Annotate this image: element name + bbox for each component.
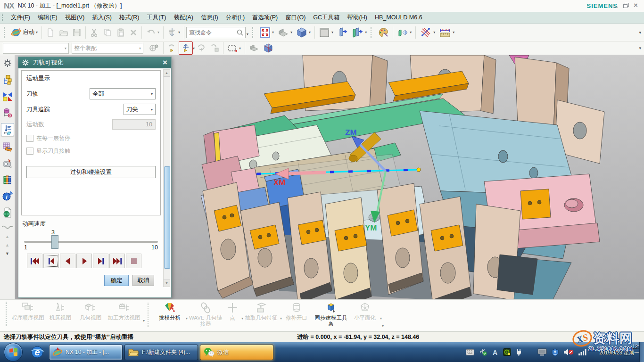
wave-geometry-linker-button[interactable]: WAVE 几何链接器 [188, 302, 223, 327]
tray-power-plug-icon[interactable] [515, 348, 522, 356]
taskbar-folder-button[interactable]: F:\新建文件夹 (4)... [124, 345, 198, 360]
show-tool-contact-checkbox[interactable] [26, 148, 33, 155]
dialog-scroll-up-icon[interactable]: ▲ [164, 70, 170, 77]
view-cube-button[interactable]: ▾ [294, 25, 313, 40]
history-icon[interactable] [1, 206, 14, 219]
constraint-navigator-icon[interactable] [1, 90, 14, 102]
assembly-sequence-button[interactable] [208, 42, 221, 54]
menu-window[interactable]: 窗口(O) [281, 12, 309, 23]
menu-analysis[interactable]: 分析(L) [222, 12, 248, 23]
delete-button[interactable] [127, 27, 140, 38]
paste-button[interactable] [114, 26, 127, 39]
draft-analysis-button[interactable]: 拔模分析 [155, 302, 185, 321]
facet-body-bottom-button[interactable]: 小平面化 [351, 302, 379, 321]
play-forward-button[interactable] [76, 254, 92, 268]
reuse-library-icon[interactable] [1, 173, 14, 186]
move-component-button[interactable] [179, 41, 193, 55]
resource-more-icon[interactable]: ▼ [5, 252, 9, 256]
start-button[interactable]: 启动 ▾ [9, 26, 40, 39]
menu-gc-toolbox[interactable]: GC工具箱 [309, 12, 343, 23]
patch-opening-button[interactable]: 修补开口 [282, 302, 311, 321]
sync-view-button[interactable]: ▾ [395, 25, 413, 40]
point-button[interactable]: 点 [224, 302, 240, 321]
display-mode-button[interactable]: ▾ [276, 26, 294, 39]
extract-geometry-button[interactable]: 抽取几何特征 [243, 302, 279, 321]
menu-format[interactable]: 格式(R) [116, 12, 143, 23]
tool-trace-select[interactable]: 刀尖 ▾ [124, 104, 156, 115]
snap-point-button[interactable] [165, 42, 179, 54]
menu-hb-mould[interactable]: HB_MOULD M6.6 [371, 13, 426, 22]
finder-caret-icon[interactable]: ▾ [247, 32, 248, 36]
stop-button[interactable] [126, 254, 141, 268]
assembly-constraints-button[interactable] [147, 41, 161, 55]
taskbar-clock[interactable]: 12: 2019/9/23 星期一 [599, 344, 639, 356]
show-hide-panel-button[interactable]: ▾ [349, 25, 369, 40]
menu-assemblies[interactable]: 装配(A) [170, 12, 197, 23]
tray-input-method-icon[interactable] [466, 349, 474, 355]
new-file-button[interactable] [44, 26, 57, 39]
cut-button[interactable] [88, 26, 101, 39]
machining-feature-navigator-icon[interactable] [1, 140, 14, 153]
window-display-button[interactable]: ▾ [317, 25, 335, 40]
resource-scroll-up-icon[interactable]: ▲ [5, 235, 9, 239]
menu-view[interactable]: 视图(V) [61, 12, 89, 23]
dialog-header[interactable]: 刀轨可视化 × [18, 57, 171, 68]
assembly-navigator-icon[interactable] [1, 74, 14, 86]
menu-edit[interactable]: 编辑(E) [34, 12, 61, 23]
shell-display-button[interactable] [247, 42, 261, 54]
machine-tool-view-button[interactable]: 机床视图 [46, 302, 75, 321]
orient-view-button[interactable]: ▾ [165, 26, 182, 39]
tray-usb-icon[interactable] [479, 348, 487, 356]
play-backward-button[interactable] [60, 254, 75, 268]
roles-gear-icon[interactable] [1, 57, 14, 69]
graphics-viewport[interactable]: ZM XM YM 刀轨可视化 × 运动显示 [15, 55, 644, 299]
minimize-button[interactable] [613, 3, 619, 8]
tray-network-icon[interactable] [578, 349, 586, 356]
selection-filter-combo[interactable]: ▾ [3, 43, 69, 54]
menu-tools[interactable]: 工具(T) [143, 12, 170, 23]
program-order-view-button[interactable]: 程序顺序视图 [11, 302, 45, 321]
slider-track[interactable] [24, 241, 158, 243]
menu-insert[interactable]: 插入(S) [88, 12, 116, 23]
fit-view-button[interactable]: ▾ [257, 25, 276, 40]
dialog-scroll-thumb[interactable] [164, 166, 170, 269]
tray-display-icon[interactable] [537, 348, 547, 356]
start-orb-button[interactable] [4, 343, 23, 362]
menu-help[interactable]: 帮助(H) [344, 12, 371, 23]
resource-scroll-up2-icon[interactable]: ▲ [5, 243, 9, 247]
skip-to-end-button[interactable] [109, 254, 125, 268]
toolbar2-overflow-button[interactable]: ▾ [639, 46, 641, 50]
undo-button[interactable]: ▾ [144, 26, 161, 39]
close-button[interactable]: × [634, 3, 639, 8]
save-button[interactable] [70, 26, 83, 39]
slider-handle[interactable] [51, 235, 58, 249]
status-window-icon[interactable] [611, 334, 619, 342]
selection-scope-combo[interactable]: 整个装配▾ [72, 43, 143, 54]
menu-drag-handle[interactable] [2, 14, 5, 21]
pause-each-level-checkbox[interactable] [26, 135, 33, 142]
synchronous-modeling-button[interactable]: 同步建模工具条 [312, 302, 350, 327]
menu-preferences[interactable]: 首选项(P) [248, 12, 281, 23]
palette-button[interactable] [376, 26, 391, 39]
taskbar-wechat-button[interactable]: 微信 [200, 345, 273, 360]
command-finder-input[interactable] [188, 29, 236, 36]
bottom-toolbar-overflow-icon[interactable]: ▾ [382, 324, 384, 328]
part-navigator-icon[interactable] [1, 107, 14, 119]
restore-button[interactable] [623, 3, 629, 8]
facet-body-button[interactable] [261, 41, 275, 55]
measure-button[interactable]: ▾ [437, 25, 456, 40]
cancel-button[interactable]: 取消 [132, 275, 154, 286]
step-back-button[interactable] [43, 254, 59, 268]
skip-to-start-button[interactable] [27, 254, 42, 268]
show-desktop-button[interactable] [639, 342, 644, 362]
open-button[interactable] [57, 26, 70, 39]
tray-autodesk-icon[interactable]: A [491, 349, 499, 356]
tray-nvidia-icon[interactable] [503, 348, 511, 356]
menu-information[interactable]: 信息(I) [197, 12, 222, 23]
machining-method-view-button[interactable]: 加工方法视图 [106, 302, 142, 321]
facet-caret-icon[interactable]: ▾ [380, 316, 382, 321]
dialog-scroll-down-icon[interactable]: ▼ [164, 280, 170, 287]
gouge-check-settings-button[interactable]: 过切和碰撞设置 [26, 166, 156, 178]
taskbar-nx-button[interactable]: NX 10 - 加工 - [... [49, 345, 123, 360]
web-browser-icon[interactable]: i [1, 190, 14, 202]
